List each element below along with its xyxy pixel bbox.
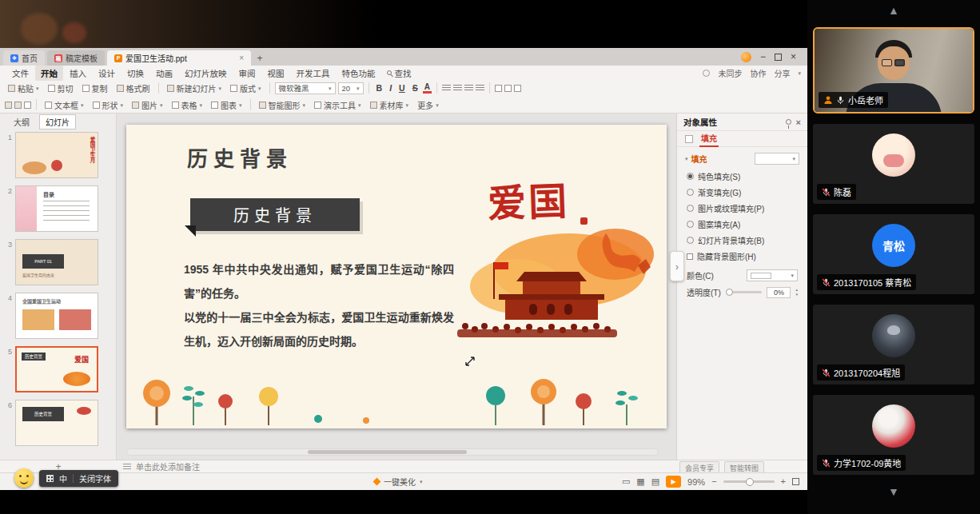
slide-title-box[interactable]: 历史背景 bbox=[190, 198, 360, 231]
text-direction-icon[interactable] bbox=[24, 102, 31, 109]
font-color-button[interactable]: A bbox=[423, 82, 432, 94]
calligraphy-aiguo[interactable]: 爱国 bbox=[487, 169, 570, 229]
minimize-icon[interactable]: − bbox=[760, 52, 766, 62]
picture-button[interactable]: 图片▾ bbox=[129, 98, 166, 112]
menu-devtools[interactable]: 开发工具 bbox=[291, 66, 336, 81]
indent-increase-icon[interactable] bbox=[14, 102, 22, 109]
new-tab-button[interactable]: + bbox=[253, 51, 266, 66]
horizontal-scrollbar[interactable] bbox=[126, 448, 659, 456]
participant-tile[interactable]: 青松 2013170105 蔡青松 bbox=[813, 214, 974, 294]
ime-action[interactable]: 关闭字体 bbox=[79, 472, 111, 484]
textbox-button[interactable]: 文本框▾ bbox=[42, 98, 87, 112]
notes-placeholder[interactable]: 单击此处添加备注 bbox=[136, 460, 200, 472]
color-select[interactable]: ▾ bbox=[747, 269, 798, 281]
numbered-list-icon[interactable] bbox=[504, 85, 512, 92]
zoom-percent[interactable]: 99% bbox=[687, 477, 705, 487]
assets-button[interactable]: 素材库▾ bbox=[367, 98, 412, 112]
option-background-fill[interactable]: 幻灯片背景填充(B) bbox=[687, 234, 798, 246]
close-window-icon[interactable]: × bbox=[791, 52, 796, 62]
menu-transition[interactable]: 切换 bbox=[122, 66, 149, 81]
slide-thumbnail-6[interactable]: 6 历史背景 bbox=[3, 400, 111, 446]
collapse-ribbon-icon[interactable]: ▾ bbox=[798, 70, 801, 76]
zoom-slider-thumb[interactable] bbox=[746, 478, 754, 486]
menu-search[interactable]: 查找 bbox=[382, 66, 416, 81]
font-name-select[interactable]: 微软雅黑▾ bbox=[275, 82, 336, 94]
beautify-button[interactable]: 一键美化 ▾ bbox=[374, 476, 423, 488]
font-size-select[interactable]: 20▾ bbox=[338, 82, 364, 94]
presentation-tools-button[interactable]: 演示工具▾ bbox=[311, 98, 365, 112]
transparency-value[interactable]: 0% bbox=[767, 287, 791, 298]
tab-slides[interactable]: 幻灯片 bbox=[39, 114, 76, 129]
tab-home[interactable]: ❖ 首页 bbox=[3, 50, 45, 66]
menu-review[interactable]: 审阅 bbox=[233, 66, 261, 81]
paste-button[interactable]: 粘贴▾ bbox=[5, 82, 42, 95]
slide-body-text[interactable]: 1955 年中共中央发出通知，赋予爱国卫生运动“除四害”的任务。 以党的十一届三… bbox=[184, 257, 454, 353]
slide-thumbnail-1[interactable]: 1 爱国卫生月 bbox=[3, 132, 111, 178]
mic-on-icon[interactable] bbox=[836, 96, 845, 105]
participant-tile[interactable]: 陈磊 bbox=[813, 124, 974, 204]
slide-editing-surface[interactable]: 历史背景 历史背景 1955 年中共中央发出通知，赋予爱国卫生运动“除四害”的任… bbox=[126, 125, 667, 428]
smartart-button[interactable]: 智能图形▾ bbox=[256, 98, 309, 112]
participant-tile[interactable]: 力学1702-09黄地 bbox=[813, 395, 974, 475]
menu-view[interactable]: 视图 bbox=[262, 66, 290, 81]
align-center-icon[interactable] bbox=[453, 85, 462, 92]
option-pattern-fill[interactable]: 图案填充(A) bbox=[687, 218, 798, 230]
sync-status[interactable]: 未同步 bbox=[718, 67, 742, 79]
ime-mode[interactable]: 中 bbox=[59, 472, 67, 484]
scroll-down-icon[interactable]: ▼ bbox=[888, 485, 899, 498]
menu-design[interactable]: 设计 bbox=[93, 66, 121, 81]
slideshow-play-button[interactable]: ▶ bbox=[666, 476, 681, 488]
pin-icon[interactable] bbox=[786, 119, 791, 125]
option-hide-background[interactable]: 隐藏背景图形(H) bbox=[687, 250, 798, 262]
fill-preset-select[interactable]: ▾ bbox=[755, 153, 799, 165]
underline-button[interactable]: U bbox=[396, 83, 408, 93]
menu-file[interactable]: 文件 bbox=[6, 66, 34, 81]
option-picture-fill[interactable]: 图片或纹理填充(P) bbox=[687, 202, 798, 214]
mic-muted-icon[interactable] bbox=[822, 188, 831, 197]
zoom-in-icon[interactable]: + bbox=[781, 477, 786, 486]
mic-muted-icon[interactable] bbox=[822, 369, 831, 377]
menu-animation[interactable]: 动画 bbox=[150, 66, 178, 81]
fullscreen-icon[interactable] bbox=[792, 478, 799, 485]
slide-sorter-icon[interactable]: ▦ bbox=[636, 477, 644, 486]
scrollbar-thumb[interactable] bbox=[308, 450, 467, 454]
indent-decrease-icon[interactable] bbox=[5, 102, 12, 109]
slide-thumbnail-3[interactable]: 3 PART 01 爱国卫生月的由来 bbox=[3, 239, 111, 285]
italic-button[interactable]: I bbox=[387, 83, 394, 93]
tab-outline[interactable]: 大纲 bbox=[8, 115, 35, 129]
close-panel-icon[interactable]: × bbox=[796, 118, 801, 127]
table-button[interactable]: 表格▾ bbox=[169, 98, 206, 112]
cut-button[interactable]: 剪切 bbox=[45, 82, 77, 95]
transparency-stepper[interactable]: ▴▾ bbox=[795, 288, 798, 297]
line-spacing-icon[interactable] bbox=[514, 85, 521, 92]
slide-thumbnail-2[interactable]: 2 目录 bbox=[3, 185, 111, 232]
participant-tile[interactable]: 2013170204程旭 bbox=[813, 305, 974, 385]
zoom-slider[interactable] bbox=[723, 480, 775, 483]
option-solid-fill[interactable]: 纯色填充(S) bbox=[687, 170, 798, 182]
bullet-list-icon[interactable] bbox=[495, 85, 502, 92]
account-avatar[interactable] bbox=[741, 52, 751, 62]
share-button[interactable]: 分享 bbox=[774, 67, 790, 79]
copy-button[interactable]: 复制 bbox=[79, 82, 111, 95]
close-tab-icon[interactable]: × bbox=[239, 54, 244, 62]
menu-start[interactable]: 开始 bbox=[35, 66, 63, 81]
bold-button[interactable]: B bbox=[374, 83, 385, 93]
option-gradient-fill[interactable]: 渐变填充(G) bbox=[687, 186, 798, 198]
justify-icon[interactable] bbox=[476, 85, 484, 92]
scroll-up-icon[interactable]: ▲ bbox=[888, 4, 899, 17]
chart-button[interactable]: 图表▾ bbox=[208, 98, 245, 112]
format-painter-button[interactable]: 格式刷 bbox=[114, 82, 153, 95]
slider-thumb[interactable] bbox=[726, 289, 733, 296]
reading-view-icon[interactable]: ▤ bbox=[651, 477, 659, 486]
tab-fill[interactable]: 填充 bbox=[699, 130, 719, 147]
maximize-icon[interactable] bbox=[775, 54, 782, 61]
ime-grid-icon[interactable] bbox=[46, 475, 54, 482]
normal-view-icon[interactable]: ▭ bbox=[622, 477, 630, 486]
slide-thumbnail-4[interactable]: 4 全国爱国卫生运动 bbox=[3, 293, 111, 339]
tab-template[interactable]: 稿 稿定模板 bbox=[47, 50, 105, 66]
slide-thumbnail-5-selected[interactable]: 5 历史背景 爱国 bbox=[3, 346, 111, 392]
strikethrough-button[interactable]: S bbox=[410, 83, 420, 93]
shape-button[interactable]: 形状▾ bbox=[90, 98, 127, 112]
collaborate-button[interactable]: 协作 bbox=[750, 67, 766, 79]
more-button[interactable]: 更多▾ bbox=[414, 98, 442, 112]
